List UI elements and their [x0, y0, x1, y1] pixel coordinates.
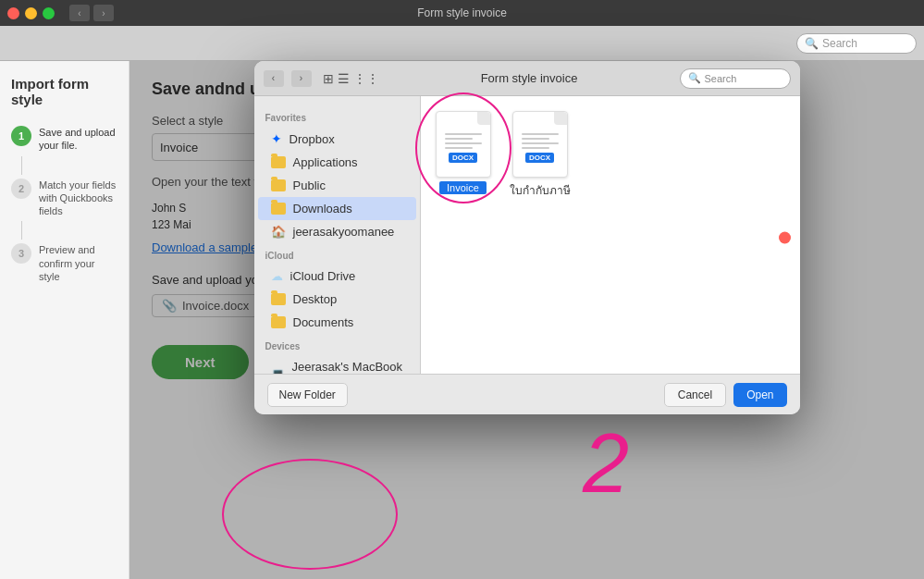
step-1-row: 1 Save and upload your file.	[11, 126, 117, 153]
search-icon: 🔍	[805, 37, 819, 50]
step-3-row: 3 Preview and confirm your style	[11, 243, 117, 283]
picker-search-icon: 🔍	[688, 72, 701, 84]
picker-toolbar: ‹ › ⊞ ☰ ⋮⋮ Form style invoice 🔍 Search	[254, 61, 800, 96]
file-line	[522, 133, 559, 135]
file-line	[445, 147, 473, 149]
sidebar-item-applications[interactable]: Applications	[258, 151, 416, 174]
file-tax[interactable]: DOCX ใบกำกับภาษี	[510, 111, 571, 199]
step-1-circle: 1	[11, 126, 31, 146]
sidebar-item-home[interactable]: 🏠 jeerasakyoomanee	[258, 220, 416, 243]
view-list-icon[interactable]: ☰	[338, 71, 350, 86]
downloads-folder-icon	[271, 203, 286, 215]
step-connector-1	[21, 156, 22, 175]
toolbar-search[interactable]: 🔍 Search	[796, 33, 917, 54]
panel-title: Import form style	[11, 76, 117, 107]
docx-badge-invoice: DOCX	[449, 153, 477, 163]
favorites-label: Favorites	[254, 105, 420, 127]
file-lines-2	[522, 133, 559, 149]
nav-buttons: ‹ ›	[69, 5, 114, 21]
sidebar-item-documents[interactable]: Documents	[258, 311, 416, 334]
file-line	[522, 142, 559, 144]
maximize-button[interactable]	[43, 7, 55, 19]
file-line	[445, 142, 482, 144]
applications-folder-icon	[271, 156, 286, 168]
file-line	[445, 133, 482, 135]
picker-sidebar: Favorites ✦ Dropbox Applications Public	[254, 96, 421, 374]
window-title-text: Form style invoice	[417, 6, 507, 19]
sidebar-item-public[interactable]: Public	[258, 174, 416, 197]
icloud-label: iCloud	[254, 243, 420, 265]
file-line	[522, 138, 549, 140]
open-button[interactable]: Open	[733, 383, 786, 407]
docx-badge-tax: DOCX	[525, 153, 554, 163]
step-3-circle: 3	[11, 243, 31, 264]
view-grid-icon[interactable]: ⊞	[323, 71, 334, 86]
picker-body: Favorites ✦ Dropbox Applications Public	[254, 96, 800, 374]
macbook-icon: 💻	[271, 367, 285, 374]
search-placeholder: Search	[822, 37, 857, 50]
file-picker: ‹ › ⊞ ☰ ⋮⋮ Form style invoice 🔍 Search	[254, 61, 800, 414]
docx-icon-tax: DOCX	[512, 111, 568, 178]
close-button[interactable]	[7, 7, 19, 19]
content-area: Save andnd upload your file. Select a st…	[129, 61, 924, 579]
file-line	[522, 147, 549, 149]
documents-folder-icon	[271, 316, 286, 328]
step-2-row: 2 Match your fields with Quickbooks fiel…	[11, 179, 117, 218]
file-invoice[interactable]: DOCX Invoice	[436, 111, 491, 194]
toolbar: 🔍 Search	[0, 26, 924, 61]
sidebar-item-downloads[interactable]: Downloads	[258, 197, 416, 220]
icloud-icon: ☁	[271, 269, 283, 283]
file-label-tax: ใบกำกับภาษี	[510, 181, 571, 199]
file-label-invoice: Invoice	[439, 181, 487, 194]
minimize-button[interactable]	[25, 7, 37, 19]
main-area: Import form style 1 Save and upload your…	[0, 61, 924, 579]
picker-main: DOCX Invoice	[421, 96, 800, 374]
home-icon: 🏠	[271, 225, 286, 239]
picker-actions: Cancel Open	[664, 383, 787, 407]
sidebar-item-desktop[interactable]: Desktop	[258, 288, 416, 311]
file-line	[445, 138, 473, 140]
public-folder-icon	[271, 179, 286, 191]
step-1-label: Save and upload your file.	[39, 126, 117, 153]
picker-close-button[interactable]	[779, 232, 791, 244]
docx-icon-invoice: DOCX	[436, 111, 491, 178]
sidebar-item-macbook[interactable]: 💻 Jeerasak's MacBook Pro	[258, 355, 416, 374]
step-2-circle: 2	[11, 179, 31, 199]
step-connector-2	[21, 221, 22, 240]
forward-button[interactable]: ›	[93, 5, 114, 21]
sidebar-item-icloud-drive[interactable]: ☁ iCloud Drive	[258, 265, 416, 288]
sidebar-item-dropbox[interactable]: ✦ Dropbox	[258, 127, 416, 151]
back-button[interactable]: ‹	[69, 5, 90, 21]
view-col-icon[interactable]: ⋮⋮	[353, 71, 379, 86]
title-bar: ‹ › Form style invoice	[0, 0, 924, 26]
cancel-button[interactable]: Cancel	[664, 383, 726, 407]
steps-container: 1 Save and upload your file. 2 Match you…	[11, 126, 117, 287]
step-2-label: Match your fields with Quickbooks fields	[39, 179, 117, 218]
picker-back-button[interactable]: ‹	[264, 70, 284, 87]
picker-forward-button[interactable]: ›	[291, 70, 312, 87]
file-picker-overlay: ‹ › ⊞ ☰ ⋮⋮ Form style invoice 🔍 Search	[129, 61, 924, 579]
picker-title: Form style invoice	[481, 71, 578, 85]
picker-footer: New Folder Cancel Open	[254, 374, 800, 414]
picker-search[interactable]: 🔍 Search	[680, 68, 791, 89]
dropbox-icon: ✦	[271, 131, 282, 146]
new-folder-button[interactable]: New Folder	[267, 383, 348, 407]
desktop-folder-icon	[271, 293, 286, 305]
file-lines	[445, 133, 482, 149]
window-title: Form style invoice	[417, 6, 507, 19]
devices-label: Devices	[254, 334, 420, 355]
step-3-label: Preview and confirm your style	[39, 243, 117, 283]
left-panel: Import form style 1 Save and upload your…	[0, 61, 129, 579]
